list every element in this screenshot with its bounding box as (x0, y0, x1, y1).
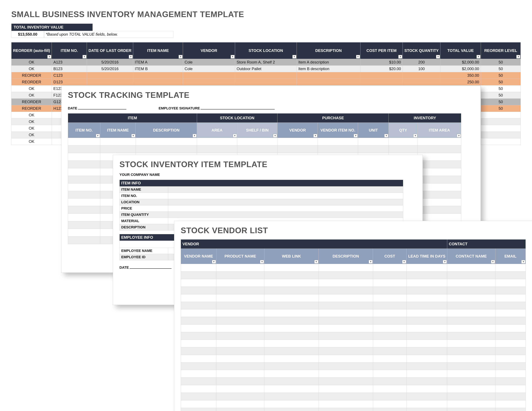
table-row[interactable] (68, 138, 461, 146)
cell[interactable] (216, 385, 264, 393)
cell[interactable]: Item B description (297, 65, 360, 72)
col-header[interactable]: QTY▾ (389, 123, 418, 138)
cell[interactable] (197, 138, 237, 146)
cell[interactable]: $2,000.00 (440, 65, 481, 72)
cell[interactable] (495, 287, 526, 294)
filter-icon[interactable]: ▾ (273, 134, 277, 138)
cell[interactable] (373, 264, 407, 271)
filter-icon[interactable]: ▾ (356, 55, 360, 58)
field-value[interactable] (168, 199, 403, 205)
cell[interactable] (403, 72, 440, 79)
cell[interactable] (264, 317, 319, 325)
cell[interactable] (406, 309, 447, 317)
cell[interactable]: 5/20/2016 (87, 59, 133, 65)
cell[interactable] (100, 138, 136, 146)
cell[interactable] (181, 340, 216, 347)
cell[interactable] (447, 378, 495, 385)
cell[interactable] (68, 221, 100, 229)
cell[interactable] (418, 183, 461, 191)
cell[interactable] (181, 309, 216, 317)
cell[interactable] (216, 340, 264, 347)
cell[interactable] (447, 355, 495, 363)
cell[interactable] (319, 363, 373, 370)
cell[interactable] (183, 79, 235, 85)
table-row[interactable] (181, 340, 526, 347)
cell[interactable] (319, 378, 373, 385)
cell[interactable] (495, 355, 526, 363)
filter-icon[interactable]: ▾ (521, 260, 525, 263)
cell[interactable] (418, 214, 461, 221)
cell[interactable] (181, 317, 216, 325)
cell[interactable] (406, 363, 447, 370)
cell[interactable] (68, 153, 100, 161)
cell[interactable] (447, 393, 495, 400)
filter-icon[interactable]: ▾ (179, 55, 182, 58)
cell[interactable] (319, 400, 373, 408)
cell[interactable] (87, 79, 133, 85)
cell[interactable] (264, 302, 319, 309)
cell[interactable] (406, 279, 447, 287)
cell[interactable] (406, 347, 447, 355)
cell[interactable] (68, 146, 100, 153)
field-value[interactable] (168, 187, 403, 193)
cell[interactable] (360, 79, 403, 85)
cell[interactable] (216, 363, 264, 370)
filter-icon[interactable]: ▾ (129, 55, 133, 58)
cell[interactable] (319, 408, 373, 411)
cell[interactable] (495, 378, 526, 385)
cell[interactable] (373, 385, 407, 393)
cell[interactable] (373, 363, 407, 370)
cell[interactable] (495, 400, 526, 408)
cell[interactable] (373, 309, 407, 317)
filter-icon[interactable]: ▾ (131, 134, 135, 138)
table-row[interactable] (181, 400, 526, 408)
cell[interactable] (181, 385, 216, 393)
table-row[interactable] (181, 302, 526, 309)
cell[interactable] (319, 294, 373, 302)
cell[interactable]: OK (11, 59, 52, 65)
filter-icon[interactable]: ▾ (314, 260, 318, 263)
cell[interactable] (318, 146, 358, 153)
cell[interactable] (216, 408, 264, 411)
cell[interactable]: OK (11, 65, 52, 72)
cell[interactable] (373, 347, 407, 355)
cell[interactable] (264, 385, 319, 393)
filter-icon[interactable]: ▾ (193, 134, 197, 138)
table-row[interactable] (181, 370, 526, 378)
table-row[interactable] (181, 271, 526, 279)
filter-icon[interactable]: ▾ (314, 134, 317, 138)
cell[interactable] (264, 370, 319, 378)
table-row[interactable] (181, 309, 526, 317)
cell[interactable] (87, 72, 133, 79)
cell[interactable] (495, 294, 526, 302)
cell[interactable] (495, 347, 526, 355)
col-header[interactable]: COST PER ITEM▾ (360, 42, 403, 59)
cell[interactable] (406, 287, 447, 294)
cell[interactable] (373, 340, 407, 347)
cell[interactable] (418, 161, 461, 168)
table-row[interactable] (68, 146, 461, 153)
cell[interactable] (495, 385, 526, 393)
cell[interactable] (264, 400, 319, 408)
filter-icon[interactable]: ▾ (96, 134, 100, 138)
cell[interactable] (418, 199, 461, 206)
cell[interactable] (68, 199, 100, 206)
cell[interactable]: REORDER (11, 99, 52, 105)
cell[interactable]: 200 (403, 59, 440, 65)
cell[interactable] (181, 370, 216, 378)
cell[interactable] (495, 340, 526, 347)
table-row[interactable] (181, 332, 526, 340)
cell[interactable] (406, 370, 447, 378)
cell[interactable] (406, 408, 447, 411)
cell[interactable] (373, 400, 407, 408)
table-row[interactable] (181, 378, 526, 385)
cell[interactable] (495, 302, 526, 309)
cell[interactable] (406, 325, 447, 332)
cell[interactable] (181, 287, 216, 294)
col-header[interactable]: AREA▾ (197, 123, 237, 138)
cell[interactable] (406, 378, 447, 385)
cell[interactable] (181, 408, 216, 411)
cell[interactable] (183, 72, 235, 79)
cell[interactable] (264, 294, 319, 302)
cell[interactable] (297, 79, 360, 85)
